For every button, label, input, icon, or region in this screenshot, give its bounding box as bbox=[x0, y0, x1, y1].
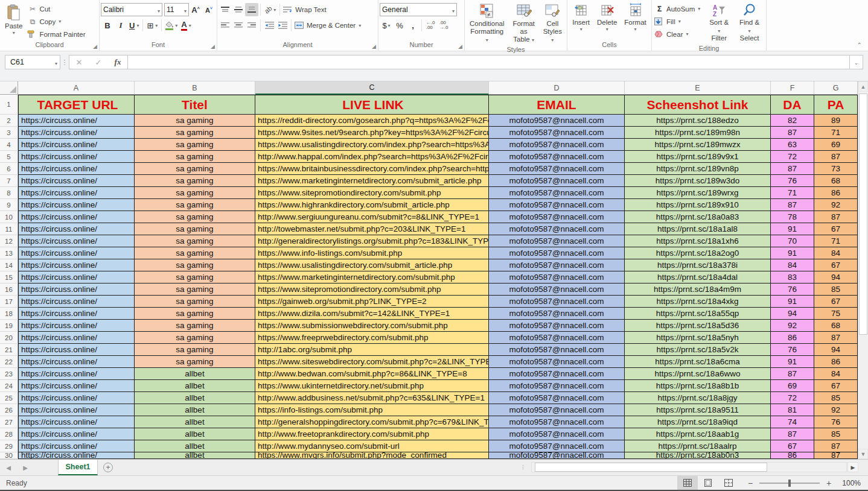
accounting-format-button[interactable]: $▾ bbox=[380, 19, 393, 32]
font-family-select[interactable]: Calibri▾ bbox=[101, 3, 162, 16]
row-header-9[interactable]: 9 bbox=[0, 199, 18, 211]
grid-cell-D28[interactable]: mofoto9587@nnacell.com bbox=[489, 428, 625, 440]
grid-cell-F5[interactable]: 72 bbox=[771, 151, 814, 163]
grid-cell-D16[interactable]: mofoto9587@nnacell.com bbox=[489, 284, 625, 296]
grid-cell-D27[interactable]: mofoto9587@nnacell.com bbox=[489, 416, 625, 428]
grid-cell-F17[interactable]: 91 bbox=[771, 296, 814, 308]
row-header-26[interactable]: 26 bbox=[0, 404, 18, 416]
grid-cell-A9[interactable]: https://circuss.online/ bbox=[18, 199, 135, 211]
merge-center-dropdown-arrow[interactable]: ▾ bbox=[359, 24, 361, 28]
sheet-tab-sheet1[interactable]: Sheet1 bbox=[58, 460, 98, 475]
clear-dropdown-arrow[interactable]: ▾ bbox=[686, 32, 688, 37]
grid-cell-A23[interactable]: https://circuss.online/ bbox=[18, 368, 135, 380]
new-sheet-button[interactable]: + bbox=[98, 460, 118, 475]
grid-cell-D22[interactable]: mofoto9587@nnacell.com bbox=[489, 356, 625, 368]
decrease-font-size-button[interactable]: A˅ bbox=[202, 3, 215, 16]
grid-cell-C7[interactable]: https://www.marketinginternetdirectory.c… bbox=[255, 175, 489, 187]
grid-cell-B19[interactable]: sa gaming bbox=[135, 320, 255, 332]
grid-cell-A17[interactable]: https://circuss.online/ bbox=[18, 296, 135, 308]
grid-cell-E25[interactable]: https://prnt.sc/18a8jgy bbox=[625, 392, 771, 404]
grid-cell-E14[interactable]: https://prnt.sc/18a378i bbox=[625, 259, 771, 271]
grid-cell-C8[interactable]: https://www.sitepromotiondirectory.com/s… bbox=[255, 187, 489, 199]
format-dropdown-arrow[interactable]: ▾ bbox=[634, 27, 637, 32]
grid-cell-D9[interactable]: mofoto9587@nnacell.com bbox=[489, 199, 625, 211]
grid-cell-B3[interactable]: sa gaming bbox=[135, 127, 255, 139]
font-size-select[interactable]: 11▾ bbox=[164, 3, 189, 16]
grid-cell-E27[interactable]: https://prnt.sc/18a9iqd bbox=[625, 416, 771, 428]
grid-cell-G12[interactable]: 71 bbox=[814, 235, 858, 247]
grid-cell-A13[interactable]: https://circuss.online/ bbox=[18, 247, 135, 259]
grid-cell-A29[interactable]: https://circuss.online/ bbox=[18, 440, 135, 452]
grid-cell-C24[interactable]: https://www.ukinternetdirectory.net/subm… bbox=[255, 380, 489, 392]
find-select-button[interactable]: Find & ▾Select bbox=[734, 1, 765, 44]
grid-cell-F1[interactable]: DA bbox=[771, 95, 814, 115]
grid-cell-G4[interactable]: 69 bbox=[814, 139, 858, 151]
grid-cell-B15[interactable]: sa gaming bbox=[135, 271, 255, 284]
horizontal-scrollbar[interactable] bbox=[531, 462, 847, 472]
fill-dropdown-arrow[interactable]: ▾ bbox=[678, 19, 681, 24]
grid-cell-F14[interactable]: 84 bbox=[771, 259, 814, 271]
grid-cell-B24[interactable]: allbet bbox=[135, 380, 255, 392]
column-header-A[interactable]: A bbox=[18, 81, 135, 95]
grid-cell-B20[interactable]: sa gaming bbox=[135, 332, 255, 344]
scroll-up-icon[interactable]: ▲ bbox=[858, 81, 868, 92]
page-break-view-button[interactable] bbox=[718, 476, 739, 490]
grid-cell-D11[interactable]: mofoto9587@nnacell.com bbox=[489, 223, 625, 235]
row-header-24[interactable]: 24 bbox=[0, 380, 18, 392]
grid-cell-F6[interactable]: 87 bbox=[771, 163, 814, 175]
grid-cell-C13[interactable]: https://www.info-listings.com/submit.php bbox=[255, 247, 489, 259]
grid-cell-B6[interactable]: sa gaming bbox=[135, 163, 255, 175]
grid-cell-G8[interactable]: 86 bbox=[814, 187, 858, 199]
grid-cell-D21[interactable]: mofoto9587@nnacell.com bbox=[489, 344, 625, 356]
grid-cell-B16[interactable]: sa gaming bbox=[135, 284, 255, 296]
grid-cell-D19[interactable]: mofoto9587@nnacell.com bbox=[489, 320, 625, 332]
row-header-20[interactable]: 20 bbox=[0, 332, 18, 344]
format-painter-button[interactable]: Format Painter bbox=[26, 28, 86, 40]
row-header-6[interactable]: 6 bbox=[0, 163, 18, 175]
autosum-button[interactable]: Σ AutoSum ▾ bbox=[653, 2, 701, 15]
row-header-10[interactable]: 10 bbox=[0, 211, 18, 223]
alignment-dialog-launcher-icon[interactable]: ◢ bbox=[372, 43, 376, 49]
clear-button[interactable]: Clear ▾ bbox=[653, 28, 701, 40]
delete-cells-button[interactable]: Delete ▾ bbox=[593, 1, 621, 34]
grid-cell-G1[interactable]: PA bbox=[814, 95, 858, 115]
insert-function-icon[interactable]: fx bbox=[108, 57, 127, 67]
grid-cell-G20[interactable]: 87 bbox=[814, 332, 858, 344]
delete-dropdown-arrow[interactable]: ▾ bbox=[606, 27, 608, 32]
zoom-in-icon[interactable]: + bbox=[822, 478, 835, 488]
row-header-12[interactable]: 12 bbox=[0, 235, 18, 247]
row-header-1[interactable]: 1 bbox=[0, 95, 18, 115]
grid-cell-G25[interactable]: 85 bbox=[814, 392, 858, 404]
column-header-G[interactable]: G bbox=[814, 81, 858, 95]
grid-cell-F18[interactable]: 94 bbox=[771, 308, 814, 320]
grid-cell-B7[interactable]: sa gaming bbox=[135, 175, 255, 187]
row-header-23[interactable]: 23 bbox=[0, 368, 18, 380]
next-sheet-icon[interactable]: ▶ bbox=[17, 460, 34, 475]
vertical-scrollbar[interactable]: ▲ ▼ bbox=[858, 81, 868, 459]
grid-cell-E22[interactable]: https://prnt.sc/18a6cma bbox=[625, 356, 771, 368]
increase-decimal-button[interactable]: ←.0.00 bbox=[424, 19, 437, 32]
percent-style-button[interactable]: % bbox=[393, 19, 406, 32]
grid-cell-G13[interactable]: 84 bbox=[814, 247, 858, 259]
grid-cell-A20[interactable]: https://circuss.online/ bbox=[18, 332, 135, 344]
grid-cell-G17[interactable]: 67 bbox=[814, 296, 858, 308]
grid-cell-E23[interactable]: https://prnt.sc/18a6wwo bbox=[625, 368, 771, 380]
grid-cell-E5[interactable]: https://prnt.sc/189v9x1 bbox=[625, 151, 771, 163]
grid-cell-A15[interactable]: https://circuss.online/ bbox=[18, 271, 135, 284]
grid-cell-F30[interactable]: 86 bbox=[771, 452, 814, 459]
grid-cell-C18[interactable]: https://www.dizila.com/submit?c=142&LINK… bbox=[255, 308, 489, 320]
grid-cell-A2[interactable]: https://circuss.online/ bbox=[18, 115, 135, 127]
grid-cell-C17[interactable]: https://gainweb.org/submit.php?LINK_TYPE… bbox=[255, 296, 489, 308]
row-header-19[interactable]: 19 bbox=[0, 320, 18, 332]
grid-cell-B10[interactable]: sa gaming bbox=[135, 211, 255, 223]
row-header-3[interactable]: 3 bbox=[0, 127, 18, 139]
grid-cell-B28[interactable]: allbet bbox=[135, 428, 255, 440]
grid-cell-F8[interactable]: 71 bbox=[771, 187, 814, 199]
grid-cell-B22[interactable]: sa gaming bbox=[135, 356, 255, 368]
grid-cell-F25[interactable]: 72 bbox=[771, 392, 814, 404]
grid-cell-A24[interactable]: https://circuss.online/ bbox=[18, 380, 135, 392]
underline-button[interactable]: U▾ bbox=[127, 19, 141, 32]
grid-cell-D25[interactable]: mofoto9587@nnacell.com bbox=[489, 392, 625, 404]
grid-cell-D17[interactable]: mofoto9587@nnacell.com bbox=[489, 296, 625, 308]
grid-cell-A7[interactable]: https://circuss.online/ bbox=[18, 175, 135, 187]
